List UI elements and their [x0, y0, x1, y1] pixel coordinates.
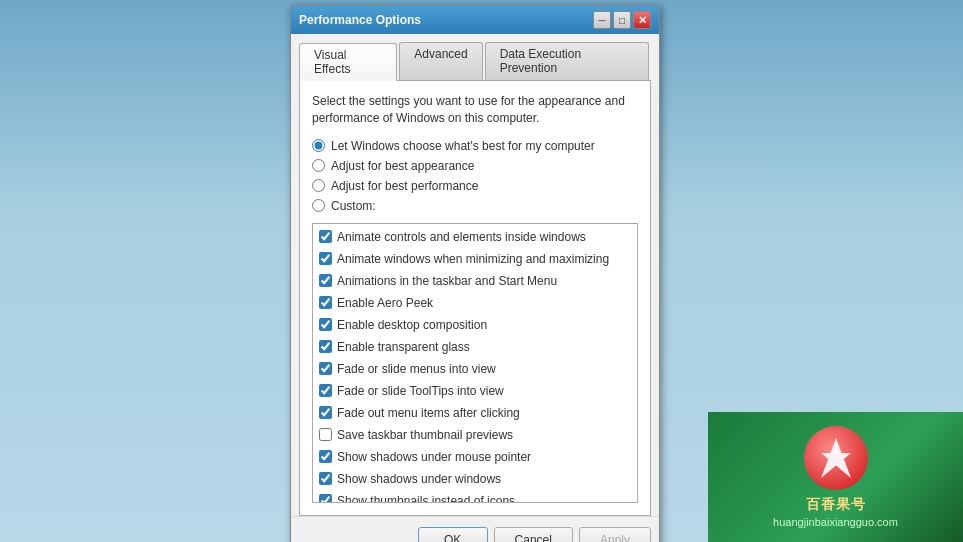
checkbox-label: Animations in the taskbar and Start Menu — [337, 272, 557, 290]
checkbox-label: Enable Aero Peek — [337, 294, 433, 312]
checkbox-label: Enable desktop composition — [337, 316, 487, 334]
radio-group: Let Windows choose what's best for my co… — [312, 139, 638, 213]
ok-button[interactable]: OK — [418, 527, 488, 542]
checkbox-item: Fade or slide ToolTips into view — [313, 380, 637, 402]
tab-advanced[interactable]: Advanced — [399, 42, 482, 80]
close-button[interactable]: ✕ — [633, 11, 651, 29]
dialog-footer: OK Cancel Apply — [291, 516, 659, 542]
checkbox-label: Fade out menu items after clicking — [337, 404, 520, 422]
checkbox-5[interactable] — [319, 340, 332, 353]
checkbox-item: Enable Aero Peek — [313, 292, 637, 314]
checkbox-item: Animations in the taskbar and Start Menu — [313, 270, 637, 292]
radio-best-appearance-label: Adjust for best appearance — [331, 159, 474, 173]
radio-custom-label: Custom: — [331, 199, 376, 213]
radio-let-windows: Let Windows choose what's best for my co… — [312, 139, 638, 153]
radio-custom-input[interactable] — [312, 199, 325, 212]
checkbox-item: Save taskbar thumbnail previews — [313, 424, 637, 446]
checkbox-3[interactable] — [319, 296, 332, 309]
tab-dep[interactable]: Data Execution Prevention — [485, 42, 649, 80]
radio-best-performance-input[interactable] — [312, 179, 325, 192]
radio-best-appearance: Adjust for best appearance — [312, 159, 638, 173]
performance-options-dialog: Performance Options ─ □ ✕ Visual Effects… — [290, 5, 660, 542]
checkbox-label: Animate controls and elements inside win… — [337, 228, 586, 246]
checkbox-10[interactable] — [319, 450, 332, 463]
radio-best-performance-label: Adjust for best performance — [331, 179, 478, 193]
checkbox-2[interactable] — [319, 274, 332, 287]
radio-best-appearance-input[interactable] — [312, 159, 325, 172]
tab-content: Select the settings you want to use for … — [299, 80, 651, 516]
checkbox-0[interactable] — [319, 230, 332, 243]
description-text: Select the settings you want to use for … — [312, 93, 638, 127]
checkbox-label: Show shadows under mouse pointer — [337, 448, 531, 466]
checkbox-label: Fade or slide ToolTips into view — [337, 382, 504, 400]
radio-custom: Custom: — [312, 199, 638, 213]
checkbox-item: Show shadows under mouse pointer — [313, 446, 637, 468]
checkbox-list[interactable]: Animate controls and elements inside win… — [312, 223, 638, 503]
checkbox-11[interactable] — [319, 472, 332, 485]
checkbox-12[interactable] — [319, 494, 332, 503]
right-panel: 百香果号 huangjinbaixiangguo.com — [708, 0, 963, 542]
radio-let-windows-label: Let Windows choose what's best for my co… — [331, 139, 595, 153]
checkbox-4[interactable] — [319, 318, 332, 331]
title-bar: Performance Options ─ □ ✕ — [291, 6, 659, 34]
checkbox-item: Show thumbnails instead of icons — [313, 490, 637, 503]
brand-icon — [804, 426, 868, 490]
cancel-button[interactable]: Cancel — [494, 527, 573, 542]
checkbox-label: Save taskbar thumbnail previews — [337, 426, 513, 444]
tab-container: Visual Effects Advanced Data Execution P… — [291, 34, 659, 80]
maximize-button[interactable]: □ — [613, 11, 631, 29]
svg-marker-0 — [821, 438, 851, 478]
radio-best-performance: Adjust for best performance — [312, 179, 638, 193]
brand-box: 百香果号 huangjinbaixiangguo.com — [708, 412, 963, 542]
checkbox-label: Fade or slide menus into view — [337, 360, 496, 378]
checkbox-label: Show shadows under windows — [337, 470, 501, 488]
brand-url: huangjinbaixiangguo.com — [773, 516, 898, 528]
checkbox-label: Show thumbnails instead of icons — [337, 492, 515, 503]
checkbox-1[interactable] — [319, 252, 332, 265]
checkbox-8[interactable] — [319, 406, 332, 419]
dialog-title: Performance Options — [299, 13, 421, 27]
tabs: Visual Effects Advanced Data Execution P… — [299, 42, 651, 80]
checkbox-9[interactable] — [319, 428, 332, 441]
checkbox-item: Enable desktop composition — [313, 314, 637, 336]
checkbox-item: Animate windows when minimizing and maxi… — [313, 248, 637, 270]
checkbox-item: Animate controls and elements inside win… — [313, 226, 637, 248]
checkbox-item: Fade or slide menus into view — [313, 358, 637, 380]
minimize-button[interactable]: ─ — [593, 11, 611, 29]
checkbox-item: Fade out menu items after clicking — [313, 402, 637, 424]
checkbox-item: Show shadows under windows — [313, 468, 637, 490]
checkbox-6[interactable] — [319, 362, 332, 375]
checkbox-label: Animate windows when minimizing and maxi… — [337, 250, 609, 268]
brand-name: 百香果号 — [806, 496, 866, 514]
title-bar-buttons: ─ □ ✕ — [593, 11, 651, 29]
radio-let-windows-input[interactable] — [312, 139, 325, 152]
tab-visual-effects[interactable]: Visual Effects — [299, 43, 397, 81]
checkbox-7[interactable] — [319, 384, 332, 397]
apply-button[interactable]: Apply — [579, 527, 651, 542]
checkbox-label: Enable transparent glass — [337, 338, 470, 356]
checkbox-item: Enable transparent glass — [313, 336, 637, 358]
